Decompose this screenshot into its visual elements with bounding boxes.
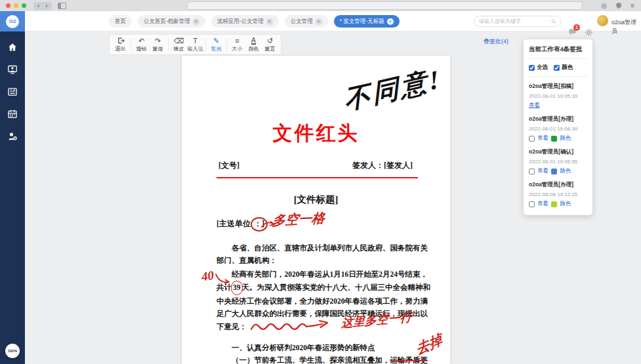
font-color-icon: A — [251, 37, 256, 45]
profile-circle-icon[interactable]: ◎ — [601, 2, 607, 9]
minimize-window-button[interactable] — [14, 3, 18, 8]
annotation-wavy-arrow — [250, 317, 342, 336]
view-link[interactable]: 查看 — [537, 134, 548, 142]
annotation-item: o2oa管理员[确认] 2022-06-01 19:06:55 查看 颜色 — [529, 148, 587, 175]
left-nav-sidebar — [0, 31, 25, 364]
color-swatch[interactable] — [551, 169, 557, 174]
size-button[interactable]: ≡ 大小 — [229, 36, 245, 53]
tab-document-management[interactable]: 公文管理 × — [285, 15, 328, 28]
annotation-timestamp: 2022-06-01 19:06:39 — [529, 126, 587, 132]
toolbar-separator — [168, 38, 169, 51]
sidebar-item-calendar[interactable] — [0, 109, 25, 119]
avatar[interactable] — [597, 15, 608, 26]
forward-icon[interactable]: › — [45, 2, 47, 10]
home-icon — [7, 42, 18, 52]
stacked-annotations-link[interactable]: 叠签批(4) — [484, 37, 508, 46]
sidebar-toggle-icon[interactable] — [58, 3, 66, 9]
section-heading: 一、认真分析研判2020年春运形势的新特点 — [217, 342, 424, 354]
tab-close-icon[interactable]: × — [387, 18, 394, 25]
view-link[interactable]: 查看 — [537, 200, 548, 208]
input-method-button[interactable]: T 输入法 — [187, 36, 203, 53]
pen-icon: ✎ — [213, 37, 219, 45]
tab-close-icon[interactable]: × — [266, 18, 273, 25]
color-link[interactable]: 颜色 — [560, 134, 571, 142]
tab-close-icon[interactable]: × — [193, 18, 199, 25]
browser-right-icons: ◎ ≡ — [601, 0, 634, 11]
gear-icon[interactable] — [585, 28, 593, 37]
app-logo[interactable]: O2 — [0, 11, 25, 31]
maximize-window-button[interactable] — [22, 3, 26, 8]
body-line: （一）节前务工流、学生流、探亲流相互叠加，运输矛盾更 — [217, 354, 424, 364]
handwritten-space-note: 多空一格 — [272, 209, 325, 230]
color-link[interactable]: 颜色 — [560, 200, 571, 208]
app-header: O2 首页 公文首页-档案管理 × 流程应用-公文管理 × 公文管理 × * 发… — [0, 11, 641, 31]
calendar-icon — [7, 109, 18, 119]
redo-icon: ↷ — [155, 37, 161, 45]
eraser-icon: ⌫ — [174, 37, 184, 45]
size-icon: ≡ — [235, 37, 239, 45]
body-line: 各省、自治区、直辖市及计划单列市人民政府、国务院有关 — [217, 242, 424, 254]
tab-process-application[interactable]: 流程应用-公文管理 × — [211, 15, 279, 28]
reset-icon: ↺ — [267, 37, 273, 45]
news-icon — [7, 87, 18, 97]
pen-stroke-button[interactable]: ✎ 笔画 — [208, 36, 224, 53]
sidebar-item-home[interactable] — [0, 42, 25, 52]
view-checkbox[interactable] — [529, 169, 535, 174]
notification-badge: 1 — [573, 24, 580, 31]
annotation-item: o2oa管理员[拟稿] 2022-06-01 19:05:39 查看 — [529, 83, 587, 110]
view-checkbox[interactable] — [529, 201, 535, 207]
back-icon[interactable]: ‹ — [37, 2, 39, 10]
select-all-input[interactable] — [529, 65, 535, 71]
annotation-list-panel: 当前工作有4条签批 全选 颜色 o2oa管理员[拟稿] 2022-06-01 1… — [524, 39, 592, 215]
annotation-author: o2oa管理员[办理] — [529, 115, 587, 123]
view-checkbox[interactable] — [529, 136, 535, 142]
sidebar-item-meeting[interactable] — [0, 64, 25, 75]
body-line: 中央经济工作会议部署，全力做好2020年春运各项工作，努力满 — [217, 295, 424, 308]
handwritten-disagree-annotation: 不同意! — [342, 60, 444, 119]
tab-close-icon[interactable]: × — [316, 18, 322, 25]
body-line: 部门、直属机构： — [217, 254, 424, 267]
input-method-icon: T — [193, 37, 197, 45]
color-swatch[interactable] — [551, 201, 557, 207]
view-link[interactable]: 查看 — [537, 167, 548, 175]
color-link[interactable]: 颜色 — [560, 167, 571, 175]
letterhead-red-line — [217, 177, 418, 178]
body-line: 共计39天。为深入贯彻落实党的十八大、十八届三中全会精神和 — [217, 281, 424, 294]
sidebar-item-contacts[interactable] — [0, 131, 25, 142]
tab-home[interactable]: 首页 — [109, 15, 132, 28]
color-filter-checkbox[interactable]: 颜色 — [554, 64, 573, 71]
close-window-button[interactable] — [6, 3, 10, 8]
zoom-level-badge[interactable]: 100% — [5, 344, 20, 358]
meeting-icon — [7, 64, 18, 75]
color-swatch[interactable] — [551, 136, 557, 142]
select-all-checkbox[interactable]: 全选 — [529, 64, 548, 71]
toolbar-separator — [226, 38, 227, 51]
tab-archive-management[interactable]: 公文首页-档案管理 × — [138, 15, 205, 28]
document-page-canvas[interactable]: 不同意! 文件红头 [文号] 签发人：[签发人] [文件标题] [主送单位：] … — [182, 56, 450, 364]
browser-menu-icon[interactable]: ≡ — [631, 2, 634, 9]
issuer-label: 签发人：[签发人] — [352, 160, 413, 171]
window-controls — [6, 3, 26, 8]
annotation-author: o2oa管理员[确认] — [529, 148, 587, 156]
annotation-toolbar: 退出 ↶ 撤销 ↷ 重做 ⌫ 橡皮 T 输入法 ✎ 笔画 ≡ 大小 — [109, 34, 281, 55]
shield-icon[interactable] — [615, 2, 622, 9]
undo-icon: ↶ — [138, 37, 144, 45]
annotation-timestamp: 2022-06-01 19:05:39 — [529, 93, 587, 99]
toolbar-separator — [131, 38, 131, 51]
color-button[interactable]: A 颜色 — [245, 36, 262, 53]
redo-button[interactable]: ↷ 重做 — [150, 36, 166, 53]
color-filter-input[interactable] — [554, 65, 560, 71]
view-link[interactable]: 查看 — [529, 102, 540, 110]
document-number: [文号] — [218, 160, 239, 171]
tab-dispatch-untitled-active[interactable]: * 发文管理-无标题 × — [334, 15, 400, 28]
address-bar[interactable] — [187, 1, 583, 10]
paragraph-recipients: 各省、自治区、直辖市及计划单列市人民政府、国务院有关 部门、直属机构： — [217, 242, 424, 268]
search-input[interactable] — [479, 18, 551, 24]
sidebar-item-information[interactable] — [0, 87, 25, 97]
eraser-button[interactable]: ⌫ 橡皮 — [171, 36, 187, 53]
exit-icon — [117, 37, 125, 45]
exit-button[interactable]: 退出 — [112, 36, 129, 53]
undo-button[interactable]: ↶ 撤销 — [133, 36, 150, 53]
reset-button[interactable]: ↺ 重置 — [262, 36, 278, 53]
browser-nav-buttons: ‹ › — [33, 2, 52, 10]
